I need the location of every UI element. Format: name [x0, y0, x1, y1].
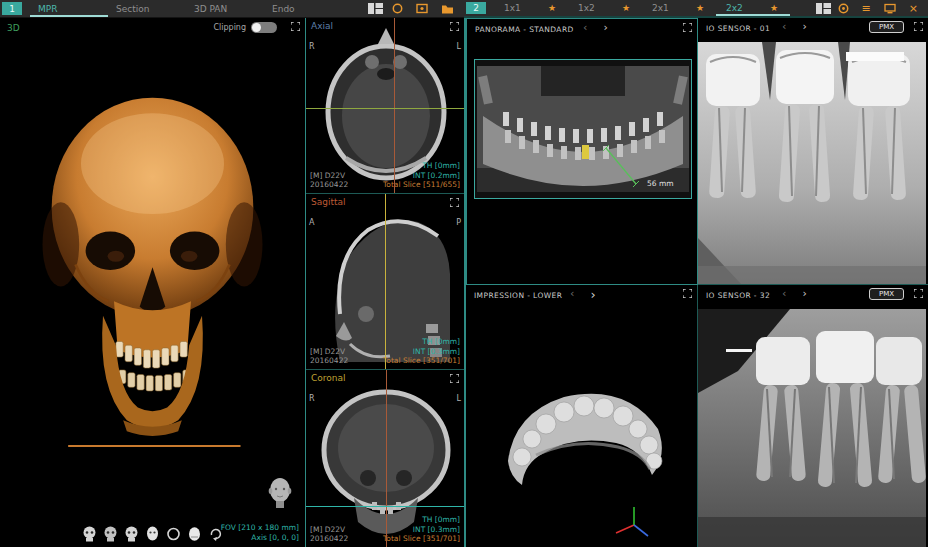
skull-view-presets — [82, 526, 223, 542]
io-top-nav: ‹ › — [782, 20, 807, 33]
record-circle-icon[interactable] — [838, 3, 849, 14]
io-sensor-top-panel[interactable]: IO SENSOR - 01 ‹ › PMX — [698, 18, 928, 285]
coronal-crosshair-horizontal[interactable] — [306, 506, 464, 507]
capture-icon[interactable] — [416, 3, 428, 14]
slice-params: TH [0mm] INT [0.3mm] Total Slice [351/70… — [383, 337, 460, 366]
prev-icon[interactable]: ‹ — [570, 287, 574, 302]
io-top-image[interactable] — [698, 42, 928, 284]
tab-1x2-label: 1x2 — [578, 3, 595, 13]
star-icon[interactable]: ★ — [622, 3, 630, 13]
left-window-badge[interactable]: 1 — [2, 2, 22, 15]
patient-info: [M] D22V 20160422 — [310, 525, 348, 545]
skull-view-icon-5[interactable] — [166, 526, 181, 542]
clipping-label: Clipping — [213, 23, 246, 32]
right-window-badge[interactable]: 2 — [466, 2, 486, 14]
tab-1x2[interactable]: 1x2 ★ — [568, 0, 642, 16]
folder-icon[interactable] — [441, 3, 454, 14]
fullscreen-icon[interactable] — [683, 289, 692, 298]
impression-panel[interactable]: IMPRESSION - LOWER ‹ › — [466, 285, 698, 547]
io-bottom-nav: ‹ › — [782, 287, 807, 300]
fullscreen-icon[interactable] — [450, 374, 459, 383]
star-icon[interactable]: ★ — [548, 3, 556, 13]
next-icon[interactable]: › — [590, 287, 595, 302]
io-bottom-image[interactable] — [698, 309, 928, 547]
mpr-slice-column: Axial R L [M] D22V 20160422 TH [0mm] INT… — [305, 18, 464, 547]
panorama-panel[interactable]: PANORAMA - STANDARD ‹ › — [466, 18, 698, 285]
coronal-viewport[interactable]: Coronal R L [M] D22V 20160422 TH [0mm] I… — [306, 370, 464, 547]
orientation-right: L — [457, 42, 461, 51]
view-3d-label: 3D — [7, 23, 20, 33]
fullscreen-icon[interactable] — [914, 289, 923, 298]
tab-section-label: Section — [116, 4, 149, 14]
panorama-image[interactable]: 56 mm — [474, 59, 692, 199]
sagittal-title: Sagittal — [311, 197, 346, 207]
tab-mpr[interactable]: MPR — [30, 0, 108, 17]
tab-endo-label: Endo — [272, 4, 295, 14]
fullscreen-icon[interactable] — [450, 198, 459, 207]
tab-2x1[interactable]: 2x1 ★ — [642, 0, 716, 16]
prev-icon[interactable]: ‹ — [782, 20, 786, 33]
fullscreen-icon[interactable] — [914, 22, 923, 31]
skull-view-icon-6[interactable] — [187, 526, 202, 542]
tab-3d-pan[interactable]: 3D PAN — [186, 0, 264, 17]
fullscreen-icon[interactable] — [291, 22, 300, 31]
lower-teeth — [119, 370, 190, 391]
head-orientation-indicator[interactable] — [267, 477, 293, 509]
skull-view-icon-3[interactable] — [124, 526, 139, 542]
fullscreen-icon[interactable] — [683, 23, 692, 32]
skull-3d-render[interactable] — [15, 56, 290, 506]
prev-icon[interactable]: ‹ — [782, 287, 786, 300]
next-icon[interactable]: › — [802, 287, 806, 300]
impression-image[interactable] — [466, 309, 697, 547]
star-icon[interactable]: ★ — [696, 3, 704, 13]
skull-view-icon-1[interactable] — [82, 526, 97, 542]
pmx-button[interactable]: PMX — [869, 21, 904, 33]
next-icon[interactable]: › — [603, 21, 607, 34]
clipping-control: Clipping — [213, 22, 277, 33]
tab-1x1[interactable]: 1x1 ★ — [494, 0, 568, 16]
record-circle-icon[interactable] — [392, 3, 403, 14]
slice-params: TH [0mm] INT [0.3mm] Total Slice [351/70… — [383, 515, 460, 544]
coronal-crosshair-vertical[interactable] — [386, 370, 387, 547]
prev-icon[interactable]: ‹ — [583, 21, 587, 34]
sagittal-crosshair-vertical[interactable] — [385, 194, 386, 369]
skull-view-icon-4[interactable] — [145, 526, 160, 542]
axial-crosshair-horizontal[interactable] — [306, 108, 464, 109]
panorama-header: PANORAMA - STANDARD ‹ › — [467, 19, 697, 39]
next-icon[interactable]: › — [802, 20, 806, 33]
impression-title: IMPRESSION - LOWER — [474, 291, 562, 300]
star-icon[interactable]: ★ — [770, 3, 778, 13]
io-bottom-header: IO SENSOR - 32 ‹ › PMX — [698, 285, 928, 305]
left-toolbar-icons — [392, 0, 454, 17]
screen-share-icon[interactable] — [884, 3, 896, 14]
patient-info: [M] D22V 20160422 — [310, 171, 348, 191]
viewport-3d[interactable]: 3D Clipping — [0, 18, 305, 547]
orientation-left: A — [309, 218, 314, 227]
tab-section[interactable]: Section — [108, 0, 186, 17]
menu-icon[interactable]: ≡ — [862, 3, 871, 14]
pmx-button[interactable]: PMX — [869, 288, 904, 300]
io-top-header: IO SENSOR - 01 ‹ › PMX — [698, 18, 928, 38]
io-sensor-bottom-panel[interactable]: IO SENSOR - 32 ‹ › PMX — [698, 285, 928, 547]
right-app-topbar: 2 1x1 ★ 1x2 ★ 2x1 ★ 2x2 ★ ≡ — [464, 0, 928, 18]
layout-grid-icon[interactable] — [368, 3, 383, 14]
axis-text: Axis [0, 0, 0] — [221, 533, 299, 543]
sagittal-viewport[interactable]: Sagittal A P [M] D22V 20160422 TH [0mm] … — [306, 194, 464, 370]
tab-endo[interactable]: Endo — [264, 0, 342, 17]
tab-2x2[interactable]: 2x2 ★ — [716, 0, 790, 16]
axial-viewport[interactable]: Axial R L [M] D22V 20160422 TH [0mm] INT… — [306, 18, 464, 194]
axial-crosshair-vertical[interactable] — [394, 18, 395, 193]
bright-marker-strip — [846, 52, 904, 61]
layout-grid-icon[interactable] — [816, 3, 831, 14]
highlighted-tooth[interactable] — [582, 145, 589, 159]
skull-view-icon-2[interactable] — [103, 526, 118, 542]
close-icon[interactable]: × — [909, 3, 918, 14]
clipping-toggle[interactable] — [251, 22, 277, 33]
tab-1x1-label: 1x1 — [504, 3, 521, 13]
screen: 1 MPR Section 3D PAN Endo 2 1x1 ★ — [0, 0, 928, 547]
bright-marker-line — [726, 349, 752, 352]
fullscreen-icon[interactable] — [450, 22, 459, 31]
orientation-right: P — [456, 218, 461, 227]
measurement-label: 56 mm — [647, 179, 674, 188]
coronal-title: Coronal — [311, 373, 346, 383]
